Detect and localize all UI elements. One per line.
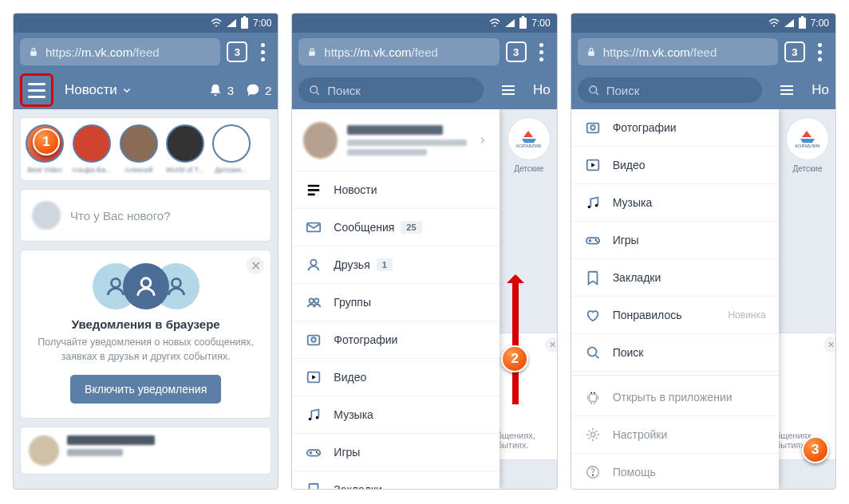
battery-icon bbox=[799, 18, 806, 29]
annotation-arrow-up bbox=[512, 277, 519, 404]
search-input[interactable]: Поиск bbox=[298, 77, 484, 103]
menu-item-msg[interactable]: Сообщения 25 bbox=[292, 209, 500, 246]
hamburger-button[interactable] bbox=[26, 79, 48, 101]
side-menu: Фотографии Видео Музыка Игры Закладки По bbox=[571, 109, 779, 489]
wifi-icon bbox=[489, 18, 500, 28]
music-icon bbox=[584, 194, 602, 211]
card-illustration bbox=[32, 263, 259, 309]
browser-menu-icon[interactable] bbox=[533, 43, 551, 61]
clock: 7:00 bbox=[811, 18, 829, 29]
games-icon bbox=[584, 231, 602, 249]
close-icon[interactable]: ✕ bbox=[823, 337, 835, 352]
search-icon bbox=[584, 344, 602, 361]
search-icon bbox=[308, 84, 321, 96]
notifications-button[interactable]: 3 bbox=[207, 82, 234, 98]
messages-button[interactable]: 2 bbox=[245, 82, 271, 98]
tab-count-box[interactable]: 3 bbox=[506, 41, 527, 62]
photo-icon bbox=[305, 331, 322, 348]
browser-chrome-bar: https://m.vk.com/feed 3 bbox=[292, 33, 556, 71]
groups-icon bbox=[305, 293, 322, 311]
msg-icon bbox=[305, 219, 322, 236]
browser-chrome-bar: https://m.vk.com/feed 3 bbox=[14, 33, 278, 71]
menu-item-android[interactable]: Открыть в приложении bbox=[571, 379, 779, 416]
battery-icon bbox=[241, 18, 248, 29]
url-bar[interactable]: https://m.vk.com/feed bbox=[578, 38, 778, 65]
menu-item-badge: 1 bbox=[377, 258, 393, 271]
url-bar[interactable]: https://m.vk.com/feed bbox=[298, 38, 499, 65]
menu-profile-header[interactable] bbox=[292, 109, 500, 171]
menu-item-games[interactable]: Игры bbox=[292, 434, 500, 471]
hamburger-icon[interactable] bbox=[778, 81, 796, 99]
menu-item-label: Фотографии bbox=[613, 121, 677, 134]
menu-item-like[interactable]: Понравилось Новинка bbox=[571, 297, 779, 334]
composer-placeholder: Что у Вас нового? bbox=[70, 209, 259, 222]
post-composer[interactable]: Что у Вас нового? bbox=[20, 189, 271, 242]
avatar bbox=[32, 201, 61, 230]
menu-item-bookmark[interactable]: Закладки bbox=[571, 259, 779, 297]
menu-item-photo[interactable]: Фотографии bbox=[292, 321, 500, 359]
tab-count-box[interactable]: 3 bbox=[784, 41, 805, 62]
chevron-right-icon bbox=[476, 134, 488, 147]
browser-menu-icon[interactable] bbox=[254, 43, 271, 61]
menu-item-bookmark[interactable]: Закладки bbox=[292, 471, 500, 489]
menu-item-video[interactable]: Видео bbox=[571, 147, 779, 184]
screenshot-phone-1: 7:00 https://m.vk.com/feed 3 Новости 3 2… bbox=[13, 13, 278, 490]
feed-icon bbox=[305, 181, 322, 199]
tab-count-box[interactable]: 3 bbox=[227, 41, 247, 62]
enable-notifications-button[interactable]: Включить уведомления bbox=[70, 375, 221, 404]
menu-item-label: Игры bbox=[613, 234, 639, 246]
menu-item-gear[interactable]: Настройки bbox=[571, 416, 779, 454]
like-icon bbox=[584, 306, 602, 324]
browser-chrome-bar: https://m.vk.com/feed 3 bbox=[571, 33, 835, 71]
battery-icon bbox=[519, 18, 527, 29]
menu-item-label: Закладки bbox=[613, 271, 661, 284]
story-circle-korablik[interactable]: КОРАБЛИК bbox=[507, 117, 551, 160]
hamburger-icon[interactable] bbox=[500, 81, 517, 99]
feed-post-item[interactable] bbox=[20, 427, 271, 474]
browser-menu-icon[interactable] bbox=[811, 43, 829, 61]
header-title[interactable]: Новости bbox=[65, 82, 196, 98]
menu-item-label: Друзья bbox=[334, 258, 369, 271]
menu-item-photo[interactable]: Фотографии bbox=[571, 109, 779, 147]
menu-item-label: Игры bbox=[334, 446, 360, 459]
header-title-partial: Но bbox=[811, 82, 829, 98]
bookmark-icon bbox=[584, 269, 602, 286]
bookmark-icon bbox=[305, 481, 322, 489]
menu-item-groups[interactable]: Группы bbox=[292, 284, 500, 321]
chat-bubble-icon bbox=[245, 82, 261, 98]
menu-item-music[interactable]: Музыка bbox=[292, 396, 500, 434]
vk-header: Новости 3 2 bbox=[14, 71, 278, 109]
avatar bbox=[29, 435, 59, 466]
close-icon[interactable]: ✕ bbox=[247, 257, 264, 274]
menu-item-label: Фотографии bbox=[334, 333, 397, 346]
menu-item-feed[interactable]: Новости bbox=[292, 171, 500, 209]
story-circle-korablik[interactable]: КОРАБЛИК bbox=[786, 117, 829, 160]
status-bar: 7:00 bbox=[14, 14, 278, 33]
gear-icon bbox=[584, 426, 602, 443]
menu-item-label: Сообщения bbox=[334, 221, 394, 234]
menu-item-video[interactable]: Видео bbox=[292, 359, 500, 396]
vk-header: Поиск Но bbox=[571, 71, 835, 109]
menu-item-label: Понравилось bbox=[613, 309, 682, 321]
menu-item-search[interactable]: Поиск bbox=[571, 334, 779, 372]
signal-icon bbox=[784, 19, 794, 27]
menu-item-label: Помощь bbox=[613, 466, 656, 478]
card-body: Получайте уведомления о новых сообщениях… bbox=[32, 336, 259, 364]
menu-item-games[interactable]: Игры bbox=[571, 222, 779, 259]
callout-3: 3 bbox=[802, 436, 829, 463]
url-bar[interactable]: https://m.vk.com/feed bbox=[20, 38, 220, 65]
menu-item-friends[interactable]: Друзья 1 bbox=[292, 246, 500, 284]
wifi-icon bbox=[211, 18, 222, 28]
screenshot-phone-2: 7:00 https://m.vk.com/feed 3 Поиск Но КО… bbox=[291, 13, 557, 490]
menu-item-music[interactable]: Музыка bbox=[571, 184, 779, 222]
menu-item-label: Видео bbox=[334, 371, 366, 384]
screenshot-phone-3: 7:00 https://m.vk.com/feed 3 Поиск Но КО… bbox=[571, 13, 836, 490]
callout-1: 1 bbox=[33, 128, 60, 156]
header-title-partial: Но bbox=[533, 82, 551, 98]
search-input[interactable]: Поиск bbox=[578, 77, 763, 103]
menu-item-help[interactable]: Помощь bbox=[571, 454, 779, 489]
video-icon bbox=[305, 368, 322, 386]
menu-item-label: Группы bbox=[334, 296, 371, 309]
close-icon[interactable]: ✕ bbox=[545, 337, 557, 352]
browser-notif-card: ✕ Уведомления в браузере Получайте уведо… bbox=[20, 250, 271, 419]
